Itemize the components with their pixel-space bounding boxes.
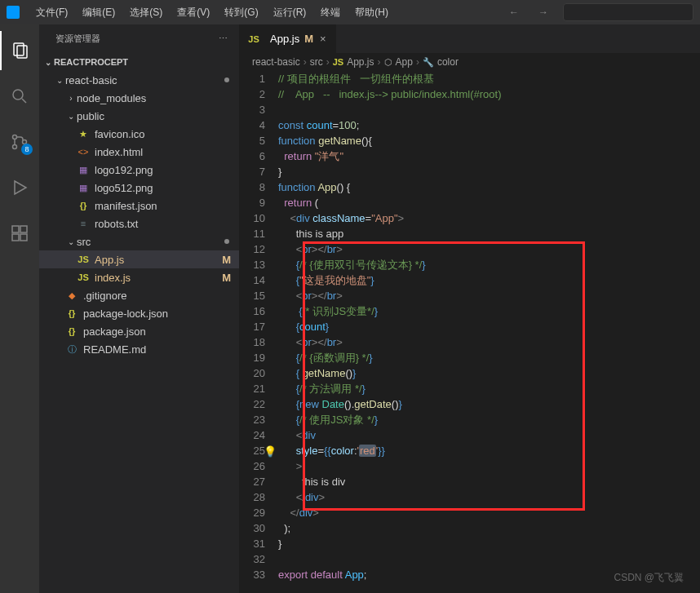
- folder-item[interactable]: ⌄react-basic: [39, 71, 239, 89]
- line-number: 20: [239, 365, 265, 381]
- folder-item[interactable]: ⌄src: [39, 232, 239, 250]
- breadcrumb[interactable]: react-basic›src›JSApp.js›⬡App›🔧color: [239, 53, 700, 71]
- json-icon: {}: [65, 325, 78, 338]
- code-line[interactable]: { getName()}: [278, 365, 700, 381]
- file-item[interactable]: ⓘREADME.md: [39, 340, 239, 358]
- breadcrumb-icon: ⬡: [384, 57, 392, 68]
- breadcrumb-segment[interactable]: react-basic: [252, 56, 300, 68]
- file-item[interactable]: ★favicon.ico: [39, 125, 239, 143]
- code-line[interactable]: style={{color:'red'}}: [278, 443, 700, 458]
- code-line[interactable]: );: [278, 520, 700, 536]
- file-item[interactable]: ◆.gitignore: [39, 286, 239, 304]
- modified-marker: M: [222, 254, 231, 266]
- code-line[interactable]: {"这是我的地盘"}: [278, 272, 700, 288]
- extensions-icon[interactable]: [0, 214, 39, 253]
- menu-item[interactable]: 查看(V): [171, 2, 216, 23]
- file-item[interactable]: ▦logo512.png: [39, 179, 239, 197]
- file-item[interactable]: ▦logo192.png: [39, 161, 239, 179]
- breadcrumb-segment[interactable]: color: [437, 56, 459, 68]
- code-line[interactable]: this is div: [278, 474, 700, 489]
- menu-item[interactable]: 选择(S): [123, 2, 169, 23]
- line-number: 29: [239, 505, 265, 520]
- watermark: CSDN @飞飞翼: [614, 571, 684, 585]
- json-icon: {}: [77, 199, 90, 212]
- git-icon: ◆: [65, 289, 78, 302]
- file-item[interactable]: <>index.html: [39, 143, 239, 161]
- menu-item[interactable]: 文件(F): [29, 2, 74, 23]
- code-line[interactable]: {new Date().getDate()}: [278, 396, 700, 412]
- file-item[interactable]: JSindex.jsM: [39, 268, 239, 286]
- file-item[interactable]: JSApp.jsM: [39, 250, 239, 268]
- code-line[interactable]: // 项目的根组件 一切组件的根基: [278, 71, 700, 86]
- sidebar-more-icon[interactable]: ⋯: [219, 33, 229, 44]
- code-line[interactable]: return (: [278, 195, 700, 210]
- code-line[interactable]: }: [278, 164, 700, 179]
- file-name: src: [77, 236, 224, 248]
- code-line[interactable]: function getName(){: [278, 133, 700, 148]
- code-line[interactable]: {/* {使用双引号传递文本} */}: [278, 257, 700, 272]
- img-icon: ▦: [77, 181, 90, 194]
- run-debug-icon[interactable]: [0, 168, 39, 207]
- titlebar: 文件(F)编辑(E)选择(S)查看(V)转到(G)运行(R)终端帮助(H) ← …: [0, 0, 700, 24]
- menu-item[interactable]: 编辑(E): [76, 2, 122, 23]
- code-line[interactable]: }: [278, 536, 700, 551]
- code-line[interactable]: <br></br>: [278, 241, 700, 257]
- nav-forward-icon[interactable]: →: [534, 5, 553, 20]
- code-line[interactable]: </div>: [278, 505, 700, 520]
- code-line[interactable]: <div className="App">: [278, 210, 700, 226]
- code-line[interactable]: {/* 方法调用 */}: [278, 381, 700, 396]
- breadcrumb-segment[interactable]: src: [310, 56, 323, 68]
- code-line[interactable]: [278, 102, 700, 117]
- chevron-icon: ⌄: [54, 76, 65, 85]
- close-icon[interactable]: ×: [318, 33, 328, 45]
- search-icon[interactable]: [0, 77, 39, 116]
- chevron-icon: ›: [65, 94, 77, 103]
- breadcrumb-icon: 🔧: [423, 57, 434, 68]
- code-line[interactable]: this is app: [278, 226, 700, 241]
- line-number: 21: [239, 381, 265, 396]
- breadcrumb-segment[interactable]: App: [396, 56, 413, 68]
- explorer-sidebar: 资源管理器 ⋯ ⌄ REACTPROCEPT ⌄react-basic›node…: [39, 24, 239, 593]
- code-line[interactable]: >: [278, 458, 700, 474]
- lightbulb-icon[interactable]: 💡: [264, 444, 277, 459]
- explorer-icon[interactable]: [0, 31, 39, 70]
- file-item[interactable]: {}package.json: [39, 322, 239, 340]
- menu-item[interactable]: 终端: [314, 2, 347, 23]
- tab-label: App.js: [270, 33, 299, 45]
- code-line[interactable]: [278, 551, 700, 567]
- code-line[interactable]: // App -- index.js--> public/index.html(…: [278, 86, 700, 102]
- file-item[interactable]: {}package-lock.json: [39, 304, 239, 322]
- menu-item[interactable]: 帮助(H): [348, 2, 395, 23]
- command-center-search[interactable]: [563, 3, 693, 21]
- code-line[interactable]: <br></br>: [278, 288, 700, 303]
- nav-back-icon[interactable]: ←: [504, 5, 524, 20]
- folder-item[interactable]: ⌄public: [39, 107, 239, 125]
- line-number: 11: [239, 226, 265, 241]
- file-name: favicon.ico: [95, 128, 239, 140]
- code-line[interactable]: {/* 使用JS对象 */}: [278, 412, 700, 427]
- file-item[interactable]: ≡robots.txt: [39, 215, 239, 232]
- tab-app-js[interactable]: JS App.js M ×: [239, 24, 337, 53]
- line-number: 7: [239, 164, 265, 179]
- vscode-logo-icon: [7, 6, 20, 19]
- project-root[interactable]: ⌄ REACTPROCEPT: [39, 53, 239, 71]
- menu-item[interactable]: 转到(G): [218, 2, 264, 23]
- code-line[interactable]: <div: [278, 427, 700, 443]
- code-editor[interactable]: 1234567891011121314151617181920212223242…: [239, 71, 700, 582]
- code-line[interactable]: return "洋气": [278, 148, 700, 164]
- breadcrumb-segment[interactable]: App.js: [347, 56, 374, 68]
- menu-bar: 文件(F)编辑(E)选择(S)查看(V)转到(G)运行(R)终端帮助(H): [29, 2, 395, 23]
- code-line[interactable]: function App() {: [278, 179, 700, 195]
- file-item[interactable]: {}manifest.json: [39, 197, 239, 215]
- line-number: 14: [239, 272, 265, 288]
- code-line[interactable]: const count=100;: [278, 117, 700, 133]
- code-line[interactable]: {/* {函数调用} */}: [278, 350, 700, 365]
- folder-item[interactable]: ›node_modules: [39, 89, 239, 107]
- code-line[interactable]: {/* 识别JS变量*/}: [278, 303, 700, 319]
- code-line[interactable]: {count}: [278, 319, 700, 334]
- code-line[interactable]: <br></br>: [278, 334, 700, 350]
- code-line[interactable]: </div>: [278, 489, 700, 505]
- source-control-icon[interactable]: 8: [0, 122, 39, 162]
- file-name: README.md: [83, 343, 239, 356]
- menu-item[interactable]: 运行(R): [267, 2, 313, 23]
